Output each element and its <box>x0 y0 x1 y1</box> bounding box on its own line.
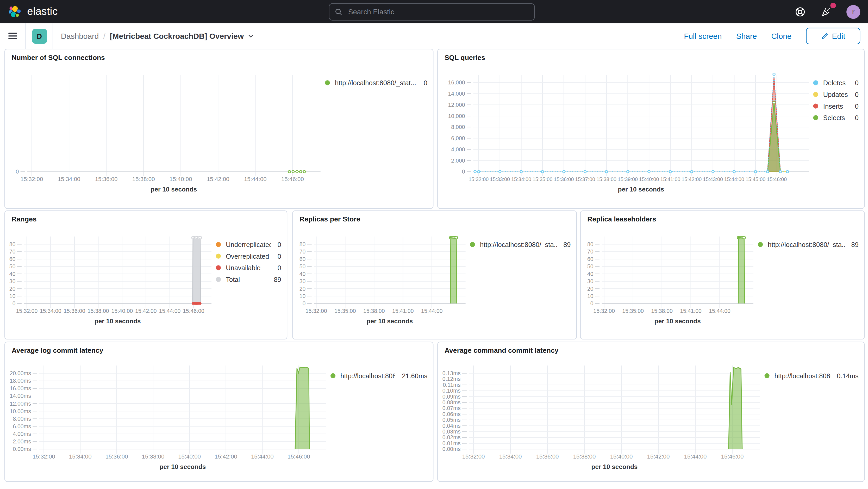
legend-series-label: Unavailable <box>226 264 271 272</box>
svg-text:70: 70 <box>300 248 306 255</box>
svg-text:per 10 seconds: per 10 seconds <box>366 317 413 325</box>
chart-legend: Deletes0Updates0Inserts0Selects0 <box>813 77 864 123</box>
svg-text:0.12ms: 0.12ms <box>442 376 461 382</box>
legend-item[interactable]: http://localhost:8080/_sta...89 <box>470 239 576 250</box>
svg-text:60: 60 <box>9 256 16 262</box>
svg-text:10: 10 <box>587 293 593 299</box>
legend-item[interactable]: http://localhost:8080/_stat...0 <box>325 77 433 89</box>
svg-text:15:39:00: 15:39:00 <box>618 176 638 182</box>
svg-text:16,000: 16,000 <box>448 80 465 86</box>
svg-text:4.00ms: 4.00ms <box>13 431 31 437</box>
global-search[interactable] <box>329 3 535 21</box>
legend-series-value: 0 <box>855 102 859 110</box>
share-button[interactable]: Share <box>736 32 757 40</box>
svg-text:15:36:00: 15:36:00 <box>64 308 86 314</box>
help-icon[interactable] <box>793 5 807 18</box>
dashboard-app-badge[interactable]: D <box>32 28 46 43</box>
panel-title: Ranges <box>12 215 37 223</box>
legend-series-dot <box>470 242 475 247</box>
legend-series-dot <box>216 254 221 259</box>
svg-text:80: 80 <box>300 241 306 247</box>
legend-item[interactable]: http://localhost:808...21.60ms <box>331 370 433 382</box>
chart-average-log-commit-latency[interactable]: 15:32:0015:34:0015:36:0015:38:0015:40:00… <box>5 359 331 481</box>
svg-text:50: 50 <box>587 264 593 270</box>
svg-text:14,000: 14,000 <box>448 91 465 97</box>
panel-title: Replica leaseholders <box>587 215 656 223</box>
legend-series-value: 89 <box>563 241 570 248</box>
panel-title: Replicas per Store <box>300 215 360 223</box>
svg-text:8,000: 8,000 <box>451 124 465 130</box>
page-title: [Metricbeat CockroachDB] Overview <box>110 32 244 40</box>
svg-text:40: 40 <box>300 271 306 277</box>
breadcrumb-dashboard-link[interactable]: Dashboard <box>61 32 99 40</box>
svg-text:15:36:00: 15:36:00 <box>95 176 118 182</box>
legend-series-dot <box>331 373 335 378</box>
legend-item[interactable]: Deletes0 <box>813 77 864 89</box>
legend-item[interactable]: Selects0 <box>813 112 864 123</box>
svg-text:15:35:00: 15:35:00 <box>622 308 644 314</box>
svg-text:15:40:00: 15:40:00 <box>112 308 133 314</box>
legend-item[interactable]: Underreplicated0 <box>216 239 287 250</box>
legend-item[interactable]: http://localhost:8080/_sta...89 <box>758 239 864 250</box>
panel-sql-queries: SQL queries 15:32:0015:33:0015:34:0015:3… <box>437 49 865 209</box>
svg-text:15:46:00: 15:46:00 <box>721 453 744 460</box>
legend-item[interactable]: Unavailable0 <box>216 262 287 274</box>
legend-series-label: Total <box>226 276 267 283</box>
svg-text:15:40:00: 15:40:00 <box>639 176 659 182</box>
svg-text:15:34:00: 15:34:00 <box>58 176 81 182</box>
legend-item[interactable]: Inserts0 <box>813 100 864 112</box>
svg-text:per 10 seconds: per 10 seconds <box>159 463 206 470</box>
clone-button[interactable]: Clone <box>771 32 792 40</box>
legend-item[interactable]: Overreplicated0 <box>216 250 287 262</box>
dashboard-title[interactable]: [Metricbeat CockroachDB] Overview <box>110 32 254 40</box>
svg-text:per 10 seconds: per 10 seconds <box>618 186 664 193</box>
chart-number-of-sql-connections[interactable]: 15:32:0015:34:0015:36:0015:38:0015:40:00… <box>5 66 325 208</box>
legend-item[interactable]: Total89 <box>216 274 287 285</box>
chart-ranges[interactable]: 15:32:0015:34:0015:36:0015:38:0015:40:00… <box>5 228 216 339</box>
svg-text:10: 10 <box>300 293 306 299</box>
svg-text:per 10 seconds: per 10 seconds <box>151 186 197 193</box>
panel-replica-leaseholders: Replica leaseholders 15:32:0015:35:0015:… <box>580 211 865 339</box>
legend-series-dot <box>758 242 763 247</box>
elastic-logo[interactable]: elastic <box>0 4 174 19</box>
svg-text:0: 0 <box>462 169 465 175</box>
svg-text:15:44:00: 15:44:00 <box>684 453 707 460</box>
svg-text:15:42:00: 15:42:00 <box>647 453 670 460</box>
legend-series-value: 89 <box>274 276 281 283</box>
user-avatar[interactable]: r <box>846 5 860 19</box>
chart-average-command-commit-latency[interactable]: 15:32:0015:34:0015:36:0015:38:0015:40:00… <box>438 359 764 481</box>
header-right-controls: r <box>793 0 868 23</box>
legend-item[interactable]: http://localhost:8080...0.14ms <box>765 370 864 382</box>
svg-text:per 10 seconds: per 10 seconds <box>95 317 141 325</box>
svg-text:6,000: 6,000 <box>451 135 465 142</box>
panel-title: SQL queries <box>444 54 485 61</box>
news-party-popper-icon[interactable] <box>820 5 833 18</box>
svg-text:10: 10 <box>9 293 16 299</box>
edit-button[interactable]: Edit <box>806 28 861 44</box>
svg-text:15:38:00: 15:38:00 <box>596 176 616 182</box>
panel-title: Average command commit latency <box>444 347 559 355</box>
svg-text:0: 0 <box>303 300 306 307</box>
svg-text:15:34:00: 15:34:00 <box>511 176 531 182</box>
chart-replica-leaseholders[interactable]: 15:32:0015:35:0015:38:0015:41:0015:44:00… <box>581 228 758 339</box>
legend-item[interactable]: Updates0 <box>813 89 864 100</box>
svg-text:0.08ms: 0.08ms <box>442 399 461 406</box>
search-input[interactable] <box>347 7 516 17</box>
legend-series-label: http://localhost:8080... <box>775 372 830 379</box>
svg-text:0: 0 <box>16 169 19 175</box>
svg-text:20: 20 <box>300 286 306 292</box>
chart-sql-queries[interactable]: 15:32:0015:33:0015:34:0015:35:0015:36:00… <box>438 66 813 208</box>
svg-text:0.03ms: 0.03ms <box>442 429 461 435</box>
svg-text:4,000: 4,000 <box>451 146 465 153</box>
svg-text:0.02ms: 0.02ms <box>442 434 461 440</box>
svg-text:20: 20 <box>9 286 16 292</box>
svg-text:70: 70 <box>9 248 16 255</box>
svg-text:0.11ms: 0.11ms <box>443 382 460 388</box>
menu-hamburger-icon[interactable] <box>0 23 26 49</box>
svg-text:15:32:00: 15:32:00 <box>468 176 489 182</box>
breadcrumb: Dashboard / [Metricbeat CockroachDB] Ove… <box>53 32 254 40</box>
svg-text:30: 30 <box>300 278 306 284</box>
chart-replicas-per-store[interactable]: 15:32:0015:35:0015:38:0015:41:0015:44:00… <box>293 228 470 339</box>
full-screen-button[interactable]: Full screen <box>684 32 722 40</box>
svg-text:0.05ms: 0.05ms <box>442 417 461 423</box>
